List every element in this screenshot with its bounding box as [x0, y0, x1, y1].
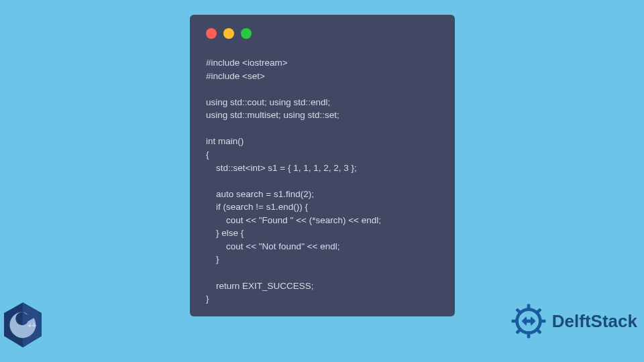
cpp-logo-icon: ++	[2, 302, 44, 349]
delftstack-logo: DelftStack	[509, 302, 637, 341]
svg-rect-4	[527, 333, 531, 338]
code-window: #include <iostream> #include <set> using…	[190, 15, 455, 316]
code-block: #include <iostream> #include <set> using…	[206, 56, 439, 306]
window-controls	[206, 28, 439, 39]
maximize-icon[interactable]	[241, 28, 252, 39]
code-line: #include <set>	[206, 71, 265, 81]
code-line: std::set<int> s1 = { 1, 1, 1, 2, 2, 3 };	[206, 163, 357, 173]
code-line: cout << "Found " << (*search) << endl;	[206, 215, 381, 225]
code-line: #include <iostream>	[206, 58, 288, 68]
svg-rect-5	[511, 320, 517, 323]
code-line: auto search = s1.find(2);	[206, 189, 314, 199]
code-line: }	[206, 294, 209, 304]
brand-name: DelftStack	[552, 311, 637, 332]
close-icon[interactable]	[206, 28, 217, 39]
code-line: {	[206, 149, 209, 160]
gear-icon	[509, 302, 548, 341]
svg-rect-3	[527, 304, 531, 309]
code-line: using std::multiset; using std::set;	[206, 110, 339, 120]
cpp-badge-text: ++	[28, 321, 36, 329]
code-line: using std::cout; using std::endl;	[206, 97, 330, 107]
code-line: if (search != s1.end()) {	[206, 202, 308, 212]
code-line: return EXIT_SUCCESS;	[206, 281, 314, 291]
code-line: int main()	[206, 136, 244, 146]
code-line: } else {	[206, 228, 244, 238]
code-line: cout << "Not found" << endl;	[206, 241, 339, 251]
minimize-icon[interactable]	[223, 28, 234, 39]
svg-rect-6	[540, 320, 545, 323]
code-line: }	[206, 254, 219, 264]
